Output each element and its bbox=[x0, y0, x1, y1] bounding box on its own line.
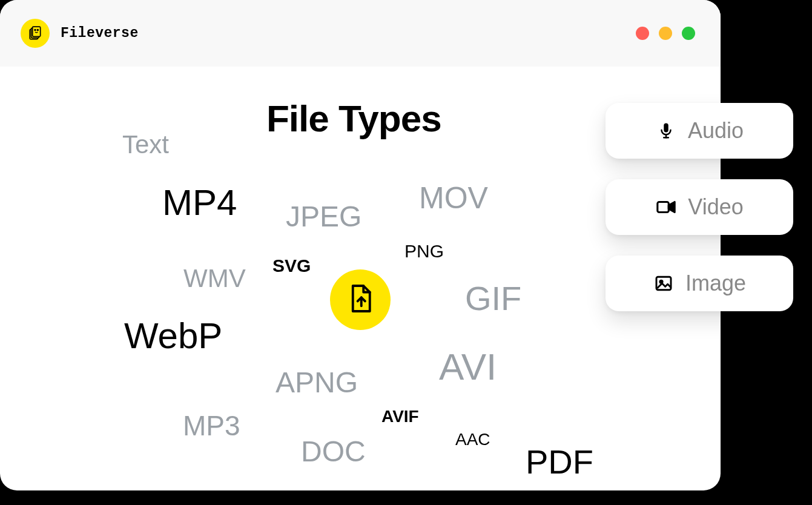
mic-icon bbox=[655, 120, 677, 142]
svg-rect-3 bbox=[33, 27, 41, 36]
upload-button[interactable] bbox=[330, 269, 391, 330]
tag-mp3: MP3 bbox=[183, 409, 240, 442]
file-upload-icon bbox=[348, 283, 373, 316]
app-window: Fileverse File Types Text MP4 JPEG MOV W… bbox=[0, 0, 721, 490]
tag-doc: DOC bbox=[301, 435, 366, 468]
tag-png: PNG bbox=[404, 241, 444, 262]
tag-jpeg: JPEG bbox=[286, 200, 361, 233]
tag-apng: APNG bbox=[276, 366, 358, 399]
svg-rect-9 bbox=[658, 202, 668, 213]
image-icon bbox=[653, 272, 675, 294]
tag-webp: WebP bbox=[124, 315, 222, 357]
tag-avi: AVI bbox=[439, 345, 497, 388]
tag-avif: AVIF bbox=[381, 407, 419, 426]
zoom-dot-icon[interactable] bbox=[682, 27, 695, 40]
video-icon bbox=[655, 196, 677, 218]
image-label: Image bbox=[685, 271, 746, 296]
brand: Fileverse bbox=[21, 19, 139, 48]
brand-name: Fileverse bbox=[61, 25, 139, 41]
tag-aac: AAC bbox=[455, 430, 490, 449]
svg-point-5 bbox=[37, 30, 38, 31]
tag-wmv: WMV bbox=[183, 264, 246, 293]
canvas: File Types Text MP4 JPEG MOV WMV SVG PNG… bbox=[0, 67, 721, 490]
image-button[interactable]: Image bbox=[606, 256, 793, 311]
tag-gif: GIF bbox=[465, 279, 521, 318]
window-controls bbox=[636, 27, 695, 40]
page-title: File Types bbox=[266, 97, 441, 140]
tag-text: Text bbox=[122, 130, 169, 159]
tag-mp4: MP4 bbox=[162, 182, 237, 223]
side-buttons: Audio Video bbox=[606, 103, 793, 311]
audio-label: Audio bbox=[688, 118, 744, 144]
tag-pdf: PDF bbox=[526, 442, 593, 481]
brand-logo-icon bbox=[21, 19, 50, 48]
close-dot-icon[interactable] bbox=[636, 27, 649, 40]
tag-svg: SVG bbox=[272, 256, 311, 276]
svg-rect-6 bbox=[664, 124, 668, 133]
video-button[interactable]: Video bbox=[606, 179, 793, 235]
minimize-dot-icon[interactable] bbox=[659, 27, 672, 40]
title-bar: Fileverse bbox=[0, 0, 721, 67]
tag-mov: MOV bbox=[419, 180, 488, 216]
video-label: Video bbox=[688, 194, 743, 220]
audio-button[interactable]: Audio bbox=[606, 103, 793, 159]
svg-point-4 bbox=[35, 30, 36, 31]
